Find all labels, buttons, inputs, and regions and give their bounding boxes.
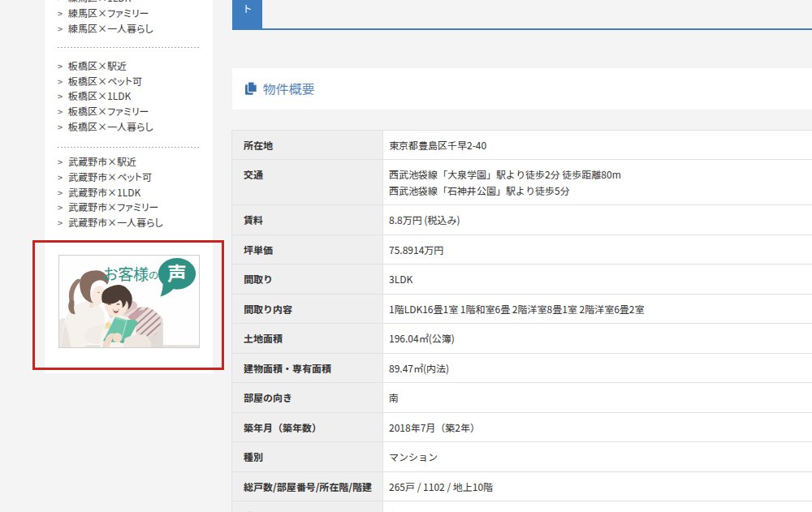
svg-text:声: 声 — [167, 259, 187, 286]
